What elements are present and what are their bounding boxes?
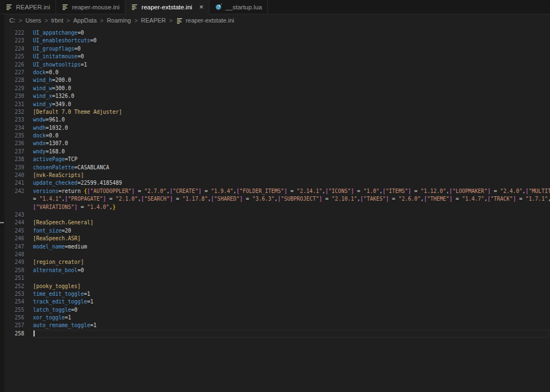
code-token: "TRACK" — [491, 196, 513, 202]
code-line[interactable]: 234wndh=1032.0 — [4, 124, 550, 132]
code-token: = — [322, 196, 332, 202]
code-token: wndx — [33, 140, 46, 146]
code-token: activePage — [33, 156, 65, 162]
line-content: UI_enableshortcuts=0 — [33, 37, 550, 45]
tab-reaper-extstate.ini[interactable]: reaper-extstate.ini× — [125, 0, 210, 14]
line-content — [33, 251, 550, 258]
line-content: wndx=1307.0 — [33, 140, 550, 147]
line-content: alternate_bool=0 — [33, 267, 550, 274]
code-token: return — [62, 188, 84, 194]
code-line[interactable]: 236wndx=1307.0 — [4, 140, 550, 147]
line-number: 245 — [4, 227, 24, 235]
code-token: UI_showtooltips — [33, 62, 81, 68]
line-number: 237 — [4, 148, 24, 156]
code-token: wndy — [33, 148, 46, 154]
line-content: UI_appatchange=0 — [33, 29, 550, 37]
line-content: update_checked=22599.4185489 — [33, 179, 550, 187]
line-number: 234 — [4, 124, 24, 132]
code-token: "TAKES" — [364, 196, 386, 202]
code-line[interactable]: 257auto_rename_toggle=1 — [4, 322, 550, 329]
tab-REAPER.ini[interactable]: REAPER.ini — [0, 0, 56, 14]
breadcrumb-item[interactable]: Users — [25, 17, 41, 24]
text-cursor — [34, 330, 35, 336]
code-line[interactable]: 253time_edit_toggle=1 — [4, 290, 550, 298]
code-token: "1.9.4" — [211, 188, 233, 194]
code-line[interactable]: 246[ReaSpeech.ASR] — [4, 235, 550, 242]
code-line[interactable]: 233wndw=961.0 — [4, 116, 550, 124]
code-line[interactable]: 242versions=return {["AUTODOPPLER"] = "2… — [4, 187, 550, 195]
code-line[interactable]: 255latch_toggle=0 — [4, 306, 550, 314]
code-line[interactable]: 244[ReaSpeech.General] — [4, 219, 550, 227]
code-token: latch_toggle — [33, 307, 71, 313]
code-line[interactable]: 225UI_initatmouse=0 — [4, 53, 550, 60]
code-token: model_name — [33, 244, 65, 250]
code-token: "SHARED" — [214, 196, 239, 202]
code-token: wind_x — [33, 93, 52, 99]
code-token: wind_w — [33, 85, 52, 91]
code-line[interactable]: 247model_name=medium — [4, 243, 550, 251]
breadcrumb-file-label: reaper-extstate.ini — [186, 17, 234, 24]
code-line[interactable]: 254track_edit_toggle=1 — [4, 298, 550, 306]
code-token: "2.10.1" — [332, 196, 357, 202]
code-token: } — [112, 204, 116, 210]
code-line[interactable]: 229wind_w=300.0 — [4, 85, 550, 92]
code-token: =CASABLANCA — [74, 164, 109, 170]
tab-reaper-mouse.ini[interactable]: reaper-mouse.ini — [56, 0, 125, 14]
line-number — [4, 203, 24, 211]
code-line[interactable]: 256xor_toggle=1 — [4, 314, 550, 322]
code-token: =0.0 — [46, 69, 58, 75]
tab-__startup.lua[interactable]: __startup.lua — [210, 0, 268, 14]
line-number: 243 — [4, 211, 24, 219]
code-line[interactable]: 232[Default 7.0 Theme Adjuster] — [4, 108, 550, 116]
breadcrumb-file[interactable]: reaper-extstate.ini — [176, 17, 234, 24]
code-line[interactable]: ["VARIATIONS"] = "1.4.0",} — [4, 203, 550, 211]
code-token: "1.17.8" — [183, 196, 208, 202]
close-icon[interactable]: × — [199, 3, 204, 10]
code-line[interactable]: 231wind_y=349.0 — [4, 101, 550, 108]
code-line[interactable]: 239chosenPalette=CASABLANCA — [4, 164, 550, 172]
code-line[interactable]: 252[pooky_toggles] — [4, 283, 550, 290]
code-line[interactable]: 240[nvk-ReaScripts] — [4, 172, 550, 179]
line-content: [ReaSpeech.ASR] — [33, 235, 550, 242]
breadcrumb-item[interactable]: trbnt — [51, 17, 63, 24]
code-line[interactable]: 250alternate_bool=0 — [4, 267, 550, 274]
code-line[interactable]: 227dock=0.0 — [4, 69, 550, 76]
line-content: [Default 7.0 Theme Adjuster] — [33, 108, 550, 116]
code-line[interactable]: 224UI_groupflags=0 — [4, 45, 550, 53]
code-line[interactable]: 238activePage=TCP — [4, 156, 550, 163]
code-line[interactable]: 245font_size=20 — [4, 227, 550, 235]
line-number: 248 — [4, 251, 24, 258]
code-line[interactable]: = "1.4.1",["PROPAGATE"] = "2.1.0",["SEAR… — [4, 195, 550, 203]
code-line[interactable]: 249[region_creator] — [4, 258, 550, 266]
code-line[interactable]: 237wndy=168.0 — [4, 148, 550, 156]
code-token: [pooky_toggles] — [33, 283, 81, 289]
code-line[interactable]: 230wind_x=1326.0 — [4, 92, 550, 100]
code-line[interactable]: 235dock=0.0 — [4, 132, 550, 140]
code-token: "1.12.0" — [421, 188, 446, 194]
code-token: = — [516, 196, 525, 202]
code-line[interactable]: 228wind_h=200.0 — [4, 76, 550, 84]
code-token: =TCP — [65, 156, 78, 162]
code-token: =0 — [78, 30, 84, 36]
line-content — [33, 211, 550, 219]
code-token: "MULTITOOL" — [529, 188, 550, 194]
code-line[interactable]: 223UI_enableshortcuts=0 — [4, 37, 550, 45]
editor[interactable]: 222UI_appatchange=0223UI_enableshortcuts… — [0, 26, 550, 338]
code-token: = — [287, 188, 296, 194]
line-number — [4, 195, 24, 203]
code-line[interactable]: 248 — [4, 251, 550, 258]
code-line[interactable]: 251 — [4, 274, 550, 282]
line-content: model_name=medium — [33, 243, 550, 251]
code-line[interactable]: 226UI_showtooltips=1 — [4, 61, 550, 69]
breadcrumb-item[interactable]: REAPER — [141, 17, 166, 24]
breadcrumb-item[interactable]: C: — [9, 17, 15, 24]
code-line[interactable]: 243 — [4, 211, 550, 219]
code-token: =1 — [90, 322, 97, 328]
line-content: wind_h=200.0 — [33, 76, 550, 84]
line-content: wind_x=1326.0 — [33, 92, 550, 100]
code-line[interactable]: 258 — [4, 330, 550, 338]
breadcrumb-item[interactable]: Roaming — [107, 17, 131, 24]
code-line[interactable]: 222UI_appatchange=0 — [4, 29, 550, 37]
code-line[interactable]: 241update_checked=22599.4185489 — [4, 179, 550, 187]
breadcrumb-item[interactable]: AppData — [73, 17, 97, 24]
